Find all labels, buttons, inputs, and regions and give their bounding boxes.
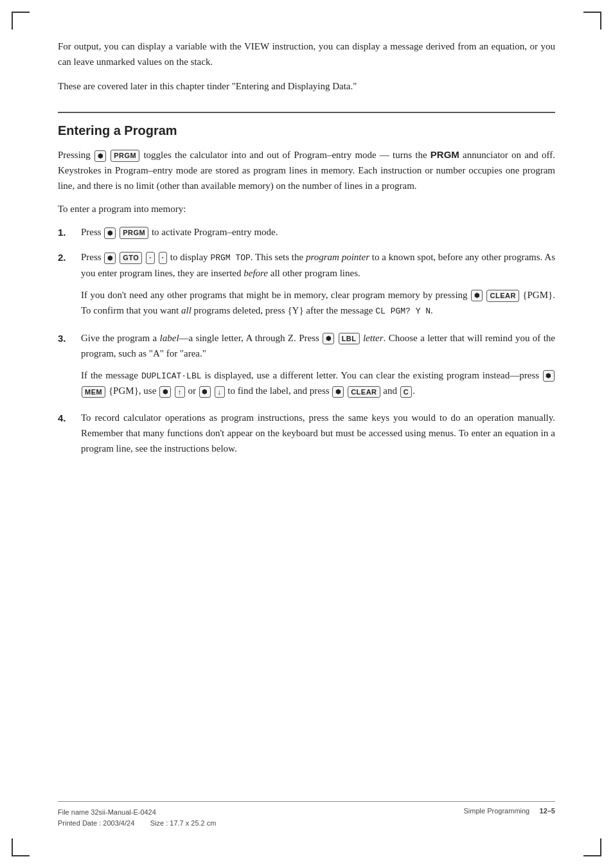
footer-text: File name 32sii-Manual-E-0424 Printed Da…: [58, 807, 555, 829]
program-pointer-italic: program pointer: [306, 252, 369, 262]
footer: File name 32sii-Manual-E-0424 Printed Da…: [58, 801, 555, 829]
step-3-sub-mem: MEM: [82, 386, 105, 398]
step-2-text: Press: [81, 252, 103, 262]
intro-para-1: For output, you can display a variable w…: [58, 39, 555, 69]
printed-date: Printed Date : 2003/4/24: [58, 819, 134, 827]
step-3-sub-shift4: ⬢: [332, 386, 344, 398]
to-enter-label: To enter a program into memory:: [58, 201, 555, 217]
footer-right: Simple Programming 12–5: [464, 807, 555, 815]
section-intro-para: Pressing ⬢ PRGM toggles the calculator i…: [58, 147, 555, 193]
step-3-text: Give the program a label—a single letter…: [81, 333, 322, 343]
step-3-sub-down: ↓: [215, 386, 225, 398]
shift-key-1: ⬢: [94, 150, 106, 162]
step-3-sub: If the message DUPLICAT·LBL is displayed…: [81, 368, 555, 399]
page-number: 12–5: [540, 807, 555, 815]
step-4-content: To record calculator operations as progr…: [81, 410, 555, 456]
duplicat-lbl-mono: DUPLICAT·LBL: [141, 371, 202, 381]
footer-divider: [58, 801, 555, 802]
letter-italic: letter: [363, 333, 384, 343]
intro-text-2: toggles the calculator into and out of P…: [143, 150, 430, 160]
step-2-sub: If you don't need any other programs tha…: [81, 287, 555, 319]
label-italic: label: [160, 333, 179, 343]
prgm-annunciator: PRGM: [431, 149, 459, 160]
before-italic: before: [244, 268, 268, 278]
step-2-sub-shift: ⬢: [471, 290, 483, 301]
step-2-dot1-key: ·: [146, 252, 155, 264]
step-1-shift-key: ⬢: [104, 227, 116, 239]
step-3-sub-up: ↑: [175, 386, 185, 398]
step-1-text: Press: [81, 227, 103, 237]
prgm-key-1: PRGM: [111, 150, 139, 162]
step-3-shift-key: ⬢: [323, 333, 334, 344]
step-4-number: 4.: [58, 410, 81, 426]
step-list: 1. Press ⬢ PRGM to activate Program–entr…: [58, 224, 555, 456]
prgm-top-mono: PRGM TOP: [210, 253, 250, 263]
step-2-sub-clear: CLEAR: [486, 290, 519, 302]
file-name: File name 32sii-Manual-E-0424: [58, 807, 216, 819]
step-4: 4. To record calculator operations as pr…: [58, 410, 555, 456]
corner-mark-bl: [12, 838, 30, 856]
step-1-prgm-key: PRGM: [120, 227, 148, 239]
corner-mark-tr: [583, 12, 601, 30]
section-title: Entering a Program: [58, 123, 555, 138]
step-1-number: 1.: [58, 224, 81, 240]
step-2-number: 2.: [58, 249, 81, 265]
corner-mark-tl: [12, 12, 30, 30]
step-2-gto-key: GTO: [120, 252, 142, 264]
step-3-sub-shift2: ⬢: [159, 386, 171, 398]
step-3-number: 3.: [58, 330, 81, 346]
printed-date-size: Printed Date : 2003/4/24 Size : 17.7 x 2…: [58, 818, 216, 829]
corner-mark-br: [583, 838, 601, 856]
step-2-content: Press ⬢ GTO · · to display PRGM TOP. Thi…: [81, 249, 555, 321]
step-3-sub-c: C: [400, 386, 412, 398]
all-italic: all: [181, 305, 191, 315]
pressing-label: Pressing: [58, 150, 94, 160]
footer-left: File name 32sii-Manual-E-0424 Printed Da…: [58, 807, 216, 829]
step-3: 3. Give the program a label—a single let…: [58, 330, 555, 402]
step-3-lbl-key: LBL: [339, 333, 360, 345]
step-2: 2. Press ⬢ GTO · · to display PRGM TOP. …: [58, 249, 555, 321]
cl-pgm-mono: CL PGM? Y N: [375, 306, 431, 316]
section-label: Simple Programming: [464, 807, 530, 815]
step-3-content: Give the program a label—a single letter…: [81, 330, 555, 402]
intro-para-2: These are covered later in this chapter …: [58, 78, 555, 94]
step-2-shift-key: ⬢: [104, 252, 116, 264]
step-1-content: Press ⬢ PRGM to activate Program–entry m…: [81, 224, 555, 240]
size: Size : 17.7 x 25.2 cm: [150, 819, 217, 827]
step-1: 1. Press ⬢ PRGM to activate Program–entr…: [58, 224, 555, 240]
page: For output, you can display a variable w…: [0, 0, 613, 868]
step-3-sub-clear: CLEAR: [348, 386, 380, 398]
step-3-sub-shift1: ⬢: [543, 370, 555, 382]
step-1-rest: to activate Program–entry mode.: [152, 227, 278, 237]
section-divider: [58, 112, 555, 113]
step-2-dot2-key: ·: [159, 252, 168, 264]
step-3-sub-shift3: ⬢: [199, 386, 211, 398]
